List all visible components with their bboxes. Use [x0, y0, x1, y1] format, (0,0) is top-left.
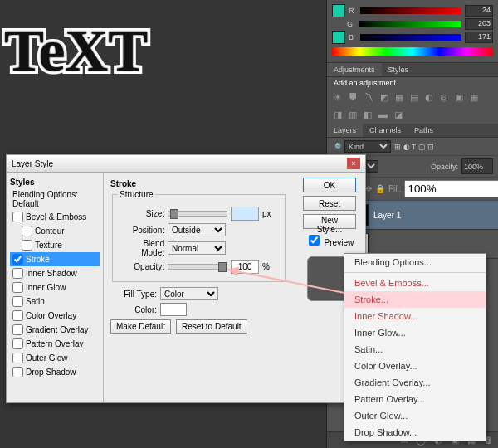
opt-pattern-overlay[interactable]: Pattern Overlay — [10, 337, 100, 351]
brightness-icon[interactable]: ☀ — [334, 92, 342, 103]
menu-blending-options[interactable]: Blending Options... — [344, 254, 486, 270]
b-label: B — [349, 33, 357, 41]
fill-label: Fill: — [388, 184, 402, 193]
size-unit: px — [262, 209, 271, 218]
g-slider[interactable] — [359, 21, 461, 27]
opt-contour[interactable]: Contour — [10, 224, 100, 238]
layer-style-dialog: Layer Style × Styles Blending Options: D… — [6, 154, 366, 403]
opt-stroke[interactable]: Stroke — [10, 252, 100, 266]
invert-icon[interactable]: ◨ — [334, 110, 342, 120]
lock-all-icon[interactable]: 🔒 — [375, 184, 385, 193]
blendmode-select[interactable]: Normal — [168, 241, 226, 255]
opacity-field[interactable] — [461, 158, 493, 174]
posterize-icon[interactable]: ▥ — [349, 110, 357, 120]
lock-position-icon[interactable]: ✥ — [365, 184, 372, 193]
close-button[interactable]: × — [347, 158, 360, 169]
photo-filter-icon[interactable]: ◎ — [440, 92, 448, 103]
opacity-label: Opacity: — [118, 262, 164, 271]
b-slider[interactable] — [360, 34, 461, 41]
menu-gradient-overlay[interactable]: Gradient Overlay... — [344, 374, 486, 391]
opt-inner-shadow[interactable]: Inner Shadow — [10, 266, 100, 280]
color-label: Color: — [110, 305, 157, 314]
fx-context-menu: Blending Options... Bevel & Emboss... St… — [344, 253, 486, 441]
styles-header: Styles — [10, 178, 100, 187]
section-title: Stroke — [110, 179, 287, 188]
filltype-select[interactable]: Color — [160, 287, 218, 300]
opacity-label: Opacity: — [431, 163, 458, 171]
dialog-titlebar[interactable]: Layer Style × — [7, 155, 365, 173]
adjustments-tabs: Adjustments Styles — [327, 63, 498, 77]
hue-icon[interactable]: ▤ — [410, 92, 418, 103]
menu-color-overlay[interactable]: Color Overlay... — [344, 358, 486, 374]
position-select[interactable]: Outside — [168, 223, 226, 236]
levels-icon[interactable]: ⛊ — [349, 92, 358, 103]
structure-legend: Structure — [118, 190, 155, 199]
add-adjustment-label: Add an adjustment — [327, 77, 498, 89]
exposure-icon[interactable]: ◩ — [380, 92, 388, 103]
styles-list: Styles Blending Options: Default Bevel &… — [7, 173, 104, 402]
tab-paths[interactable]: Paths — [408, 124, 440, 137]
menu-outer-glow[interactable]: Outer Glow... — [344, 407, 486, 424]
fill-field[interactable] — [404, 180, 498, 197]
menu-stroke[interactable]: Stroke... — [344, 291, 486, 308]
r-slider[interactable] — [360, 7, 461, 14]
size-label: Size: — [118, 209, 164, 218]
color-panel: R 24 G 203 B 171 — [327, 0, 498, 63]
color-swatch[interactable] — [160, 303, 187, 316]
tab-adjustments[interactable]: Adjustments — [327, 63, 382, 76]
new-style-button[interactable]: New Style... — [303, 214, 356, 229]
menu-drop-shadow[interactable]: Drop Shadow... — [344, 424, 486, 441]
opacity-slider[interactable] — [168, 264, 227, 270]
blendmode-label: Blend Mode: — [118, 239, 164, 257]
opt-color-overlay[interactable]: Color Overlay — [10, 309, 100, 323]
tab-layers[interactable]: Layers — [327, 124, 363, 137]
b-value[interactable]: 171 — [465, 32, 493, 43]
lookup-icon[interactable]: ▦ — [470, 92, 478, 103]
filter-kind-select[interactable]: Kind — [344, 140, 391, 153]
canvas-text-outline: TeXT TeXT — [4, 17, 148, 85]
opt-drop-shadow[interactable]: Drop Shadow — [10, 365, 100, 379]
make-default-button[interactable]: Make Default — [110, 319, 171, 334]
foreground-swatch[interactable] — [332, 4, 345, 17]
opt-bevel[interactable]: Bevel & Emboss — [10, 210, 100, 224]
preview-checkbox[interactable]: Preview — [305, 232, 354, 248]
size-slider[interactable] — [168, 211, 227, 217]
reset-default-button[interactable]: Reset to Default — [176, 319, 247, 334]
opacity-unit: % — [262, 262, 270, 271]
reset-button[interactable]: Reset — [303, 196, 356, 211]
channel-mixer-icon[interactable]: ▣ — [455, 92, 463, 103]
filltype-label: Fill Type: — [110, 290, 157, 299]
ok-button[interactable]: OK — [303, 178, 356, 192]
dialog-title: Layer Style — [12, 159, 53, 168]
selective-icon[interactable]: ◪ — [394, 110, 403, 120]
g-value[interactable]: 203 — [465, 18, 493, 30]
opt-satin[interactable]: Satin — [10, 295, 100, 309]
stroke-settings: Stroke Structure Size: px Position: Outs… — [104, 173, 294, 402]
background-swatch[interactable] — [332, 31, 345, 44]
menu-inner-glow[interactable]: Inner Glow... — [344, 324, 486, 341]
g-label: G — [347, 20, 355, 28]
menu-pattern-overlay[interactable]: Pattern Overlay... — [344, 391, 486, 407]
threshold-icon[interactable]: ◧ — [364, 110, 372, 120]
opt-outer-glow[interactable]: Outer Glow — [10, 351, 100, 365]
menu-bevel[interactable]: Bevel & Emboss... — [344, 275, 486, 291]
gradient-map-icon[interactable]: ▬ — [378, 110, 388, 120]
menu-satin[interactable]: Satin... — [344, 341, 486, 358]
adjustment-icons: ☀ ⛊ 〽 ◩ ▦ ▤ ◐ ◎ ▣ ▦ ◨ ▥ ◧ ▬ ◪ — [327, 89, 498, 124]
tab-styles[interactable]: Styles — [382, 63, 416, 76]
opacity-input[interactable] — [231, 260, 259, 274]
menu-inner-shadow[interactable]: Inner Shadow... — [344, 308, 486, 324]
bw-icon[interactable]: ◐ — [425, 92, 433, 103]
r-value[interactable]: 24 — [465, 5, 493, 17]
hue-strip[interactable] — [332, 47, 493, 56]
blending-options-default[interactable]: Blending Options: Default — [10, 188, 100, 210]
curves-icon[interactable]: 〽 — [364, 92, 374, 103]
opt-texture[interactable]: Texture — [10, 238, 100, 252]
opt-inner-glow[interactable]: Inner Glow — [10, 280, 100, 295]
layer-name[interactable]: Layer 1 — [374, 211, 401, 220]
size-input[interactable] — [231, 207, 259, 221]
tab-channels[interactable]: Channels — [363, 124, 408, 137]
opt-gradient-overlay[interactable]: Gradient Overlay — [10, 323, 100, 337]
vibrance-icon[interactable]: ▦ — [395, 92, 403, 103]
position-label: Position: — [118, 226, 164, 235]
